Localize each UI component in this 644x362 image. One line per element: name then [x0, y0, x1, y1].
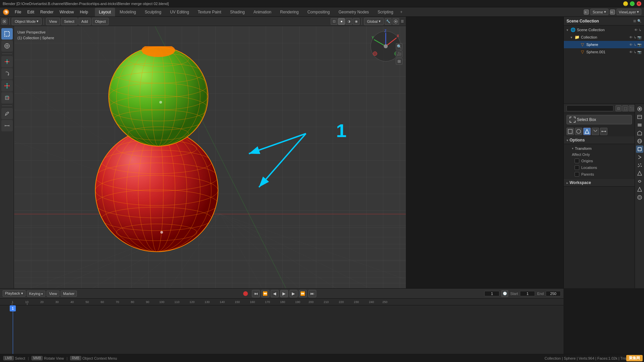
menu-window[interactable]: Window	[57, 9, 76, 15]
tool-icon-3[interactable]: ⬛	[629, 105, 635, 111]
menu-edit[interactable]: Edit	[24, 9, 37, 15]
jump-to-start-btn[interactable]: ⏮	[252, 290, 260, 297]
vis-eye-icon[interactable]: 👁	[634, 28, 638, 32]
sphere001-eye-icon[interactable]: 👁	[629, 50, 633, 54]
object-menu[interactable]: Object	[92, 18, 109, 25]
move-tool-btn[interactable]	[1, 56, 13, 67]
viewport-3d[interactable]: 1 User Perspective (1) Collection | Sphe…	[14, 26, 406, 295]
tab-modeling[interactable]: Modeling	[116, 8, 140, 16]
editor-type-btn[interactable]	[1, 18, 7, 24]
playback-menu-btn[interactable]: Playback ▾	[3, 290, 25, 297]
options-section-header[interactable]: ▾ Options	[564, 136, 635, 144]
select-menu[interactable]: Select	[61, 18, 77, 25]
navigation-gizmo[interactable]: X Y Z 🔍 🎥 ⊞	[369, 29, 402, 63]
tab-shading[interactable]: Shading	[226, 8, 249, 16]
particles-props-btn[interactable]	[636, 162, 643, 169]
outliner-filter-btn[interactable]: ⊞	[633, 19, 636, 23]
tab-rendering[interactable]: Rendering	[276, 8, 303, 16]
view-menu-btn[interactable]: View	[47, 291, 59, 297]
solid-shading-btn[interactable]: ●	[338, 18, 345, 25]
render-props-btn[interactable]	[636, 105, 643, 113]
minimize-button[interactable]: _	[623, 1, 628, 6]
tool-mode-btn-2[interactable]	[575, 128, 582, 135]
rotate-tool-btn[interactable]	[1, 68, 13, 79]
material-props-btn[interactable]	[636, 194, 643, 201]
tab-uv-editing[interactable]: UV Editing	[166, 8, 193, 16]
locations-checkbox[interactable]	[575, 165, 579, 170]
proportional-edit-toggle[interactable]	[392, 18, 399, 25]
prev-keyframe-btn[interactable]: ◀	[271, 290, 279, 297]
collection-restrict-icon[interactable]: ↳	[634, 36, 636, 39]
marker-menu-btn[interactable]: Marker	[61, 291, 77, 297]
maximize-button[interactable]: □	[630, 1, 635, 6]
sphere-render-icon[interactable]: 📷	[637, 43, 641, 47]
wireframe-shading-btn[interactable]: ⊡	[331, 18, 337, 25]
transform-subsection-header[interactable]: ▾ Transform	[567, 145, 632, 152]
tool-search-input[interactable]	[567, 105, 613, 111]
jump-to-end-btn[interactable]: ⏭	[308, 290, 316, 297]
next-keyframe-btn[interactable]: ▶	[289, 290, 298, 297]
tab-scripting[interactable]: Scripting	[374, 8, 397, 16]
sphere-restrict-icon[interactable]: ↳	[634, 43, 636, 47]
tool-icon-2[interactable]: ⬚	[622, 105, 628, 111]
scene-props-btn[interactable]	[636, 129, 643, 137]
step-back-btn[interactable]: ⏪	[261, 290, 269, 297]
tool-mode-btn-3[interactable]	[583, 128, 591, 135]
physics-props-btn[interactable]	[636, 170, 643, 177]
workspace-section-header[interactable]: ▸ Workspace	[564, 179, 635, 187]
modifier-props-btn[interactable]	[636, 154, 643, 161]
world-props-btn[interactable]	[636, 137, 643, 145]
collection-eye-icon[interactable]: 👁	[629, 36, 633, 39]
current-frame-input[interactable]: 1	[484, 291, 499, 296]
sphere-eye-icon[interactable]: 👁	[629, 43, 633, 47]
select-box-tool-btn[interactable]	[1, 28, 13, 40]
viewlayer-selector[interactable]: ViewLayer ▾	[616, 9, 641, 15]
object-props-btn[interactable]	[636, 145, 643, 153]
camera-view-btn[interactable]: 🎥	[396, 51, 402, 57]
outliner-collection[interactable]: ▾ 📁 Collection 👁 ↳ 📷	[564, 34, 644, 41]
view-menu[interactable]: View	[46, 18, 60, 25]
tool-mode-btn-1[interactable]	[567, 128, 574, 135]
material-shading-btn[interactable]: ◑	[345, 18, 352, 25]
tab-sculpting[interactable]: Sculpting	[141, 8, 165, 16]
view-layer-props-btn[interactable]	[636, 121, 643, 129]
vis-restrict-icon[interactable]: ↳	[639, 28, 641, 32]
zoom-to-fit-btn[interactable]: 🔍	[396, 43, 402, 50]
global-transform-dropdown[interactable]: Global ▾	[364, 18, 384, 25]
start-frame-input[interactable]: 1	[520, 291, 535, 296]
menu-help[interactable]: Help	[77, 9, 91, 15]
select-box-btn[interactable]: Select Box	[567, 115, 632, 124]
output-props-btn[interactable]	[636, 113, 643, 121]
data-props-btn[interactable]	[636, 186, 643, 193]
origins-checkbox[interactable]	[575, 159, 579, 163]
frame-clock-icon[interactable]: 🕐	[501, 290, 508, 297]
annotate-tool-btn[interactable]	[1, 108, 13, 119]
cursor-tool-btn[interactable]	[1, 40, 13, 52]
timeline-track[interactable]: 1	[0, 305, 564, 354]
end-frame-input[interactable]: 250	[546, 291, 561, 296]
scene-selector[interactable]: Scene ▾	[590, 9, 608, 15]
constraints-props-btn[interactable]	[636, 178, 643, 185]
tab-layout[interactable]: Layout	[95, 8, 115, 16]
outliner-sphere-001[interactable]: ▾ ▽ Sphere.001 👁 ↳ 📷	[564, 48, 644, 56]
menu-render[interactable]: Render	[38, 9, 56, 15]
outliner-search-btn[interactable]: 🔍	[637, 19, 641, 23]
parents-checkbox[interactable]	[575, 172, 579, 177]
add-menu[interactable]: Add	[78, 18, 91, 25]
snap-toggle[interactable]: 🔧	[385, 18, 391, 25]
tab-compositing[interactable]: Compositing	[303, 8, 334, 16]
scale-tool-btn[interactable]	[1, 80, 13, 92]
keying-menu-btn[interactable]: Keying	[27, 291, 46, 297]
object-mode-dropdown[interactable]: Object Mode ▾	[12, 18, 42, 25]
menu-file[interactable]: File	[12, 9, 24, 15]
measure-tool-btn[interactable]	[1, 120, 13, 131]
close-button[interactable]: ✕	[637, 1, 641, 6]
add-workspace-button[interactable]: +	[398, 10, 405, 14]
objects-view-btn[interactable]: ⊞	[396, 58, 402, 65]
overlay-btn[interactable]: ☰	[400, 19, 405, 24]
outliner-scene-collection[interactable]: ▾ 🌐 Scene Collection 👁 ↳	[564, 26, 644, 34]
render-shading-btn[interactable]: ◉	[353, 18, 360, 25]
play-btn[interactable]: ▶	[280, 290, 288, 297]
tab-animation[interactable]: Animation	[250, 8, 275, 16]
step-forward-btn[interactable]: ⏩	[299, 290, 307, 297]
